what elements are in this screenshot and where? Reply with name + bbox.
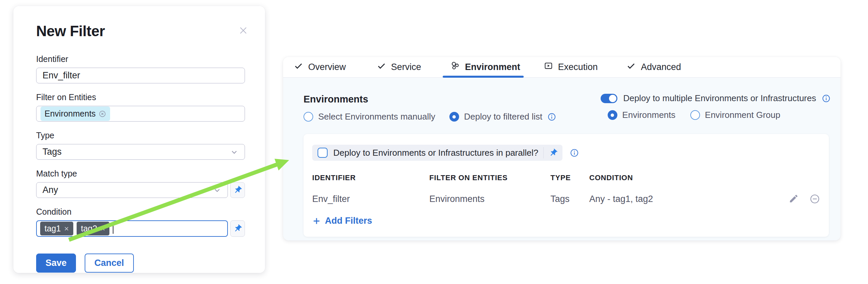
chevron-down-icon xyxy=(213,186,221,195)
radio-select-manually[interactable]: Select Environments manually xyxy=(304,112,435,122)
environment-config-panel: Overview Service Environment Execution A… xyxy=(283,57,841,240)
tab-label: Service xyxy=(391,62,421,72)
identifier-label: Identifier xyxy=(36,54,245,64)
type-value: Tags xyxy=(42,147,62,157)
execution-icon xyxy=(544,61,553,73)
identifier-input[interactable]: Env_filter xyxy=(36,68,245,83)
text-cursor xyxy=(113,224,114,234)
close-icon[interactable] xyxy=(238,25,248,37)
condition-chip: tag1 × xyxy=(40,222,73,235)
cell-identifier: Env_filter xyxy=(312,194,429,204)
tab-label: Environment xyxy=(465,62,520,72)
environments-heading: Environments xyxy=(304,94,556,105)
parallel-checkbox[interactable] xyxy=(317,148,328,158)
tab-label: Execution xyxy=(558,62,598,72)
radio-deploy-filtered-list[interactable]: Deploy to filtered list xyxy=(450,112,556,122)
type-select[interactable]: Tags xyxy=(36,144,245,160)
type-label: Type xyxy=(36,131,245,140)
entities-chip-label: Environments xyxy=(44,109,96,118)
tab-overview[interactable]: Overview xyxy=(294,57,346,77)
pin-icon[interactable] xyxy=(230,220,245,237)
entities-chip: Environments xyxy=(40,107,110,121)
pin-icon[interactable] xyxy=(544,148,562,158)
cell-type: Tags xyxy=(551,194,589,204)
save-button[interactable]: Save xyxy=(36,254,76,273)
pin-icon[interactable] xyxy=(230,182,245,198)
entities-input[interactable]: Environments xyxy=(36,106,245,121)
filters-card: Deploy to Environments or Infrastructure… xyxy=(304,134,829,237)
modal-title: New Filter xyxy=(36,23,105,39)
add-filters-label: Add Filters xyxy=(325,216,372,226)
condition-chip-label: tag1 xyxy=(44,224,61,233)
parallel-checkbox-row: Deploy to Environments or Infrastructure… xyxy=(312,145,562,161)
condition-input[interactable]: tag1 × tag2 × xyxy=(36,220,228,237)
chip-remove-icon[interactable]: × xyxy=(64,225,69,233)
pipeline-tabbar: Overview Service Environment Execution A… xyxy=(283,57,841,78)
cancel-button[interactable]: Cancel xyxy=(85,254,134,273)
tab-environment[interactable]: Environment xyxy=(450,57,520,77)
toggle-label: Deploy to multiple Environments or Infra… xyxy=(623,93,816,104)
radio-label: Environment Group xyxy=(705,110,780,120)
check-icon xyxy=(626,61,636,73)
check-icon xyxy=(377,61,386,73)
radio-label: Select Environments manually xyxy=(318,112,435,122)
tab-advanced[interactable]: Advanced xyxy=(626,57,681,77)
radio-circle[interactable] xyxy=(690,110,700,120)
column-header: IDENTIFIER xyxy=(312,173,429,182)
match-type-label: Match type xyxy=(36,169,245,178)
plus-icon xyxy=(312,217,321,225)
identifier-value: Env_filter xyxy=(42,70,80,81)
edit-icon[interactable] xyxy=(789,194,799,204)
match-type-select[interactable]: Any xyxy=(36,182,228,198)
condition-chip-label: tag2 xyxy=(81,224,97,233)
radio-label: Environments xyxy=(622,110,676,120)
tab-label: Advanced xyxy=(641,62,681,72)
column-header: CONDITION xyxy=(589,173,779,182)
new-filter-modal: New Filter Identifier Env_filter Filter … xyxy=(13,6,265,273)
info-icon[interactable] xyxy=(570,148,579,158)
tab-service[interactable]: Service xyxy=(377,57,421,77)
radio-environments[interactable]: Environments xyxy=(608,110,676,120)
chip-remove-icon[interactable] xyxy=(99,110,106,118)
filters-table: IDENTIFIER FILTER ON ENTITIES TYPE CONDI… xyxy=(312,173,820,204)
row-actions xyxy=(779,194,820,204)
parallel-checkbox-label: Deploy to Environments or Infrastructure… xyxy=(333,148,538,158)
condition-chip: tag2 × xyxy=(76,222,110,235)
entities-label: Filter on Entities xyxy=(36,92,245,102)
radio-circle[interactable] xyxy=(304,112,313,121)
cell-condition: Any - tag1, tag2 xyxy=(589,194,779,204)
environment-icon xyxy=(450,61,460,73)
tab-execution[interactable]: Execution xyxy=(544,57,598,77)
radio-label: Deploy to filtered list xyxy=(464,112,542,122)
cell-filter-on-entities: Environments xyxy=(429,194,551,204)
check-icon xyxy=(294,61,303,73)
tab-label: Overview xyxy=(308,62,346,72)
condition-label: Condition xyxy=(36,207,245,217)
radio-circle[interactable] xyxy=(450,112,459,121)
column-header: TYPE xyxy=(551,173,589,182)
column-header: FILTER ON ENTITIES xyxy=(429,173,551,182)
match-type-value: Any xyxy=(42,185,58,195)
add-filters-button[interactable]: Add Filters xyxy=(312,216,372,226)
radio-circle[interactable] xyxy=(608,110,617,120)
multi-env-toggle[interactable] xyxy=(601,94,617,103)
info-icon[interactable] xyxy=(548,113,556,121)
chevron-down-icon xyxy=(230,148,239,157)
chip-remove-icon[interactable]: × xyxy=(100,225,105,233)
radio-environment-group[interactable]: Environment Group xyxy=(690,110,780,120)
info-icon[interactable] xyxy=(822,94,831,103)
remove-row-icon[interactable] xyxy=(809,194,820,204)
